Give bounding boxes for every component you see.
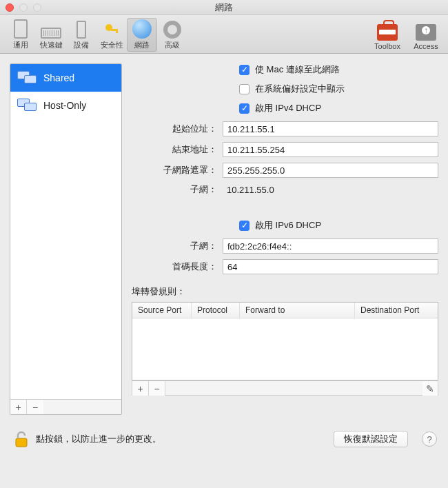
label-subnet: 子網： <box>132 183 223 196</box>
key-icon <box>103 22 120 39</box>
port-rules-body[interactable] <box>132 318 438 380</box>
keyboard-icon <box>41 28 61 39</box>
port-rules-table: Source Port Protocol Forward to Destinat… <box>132 302 438 380</box>
port-rules-label: 埠轉發規則： <box>132 285 438 298</box>
lock-icon[interactable] <box>14 430 29 448</box>
help-button[interactable]: ? <box>422 431 437 447</box>
label-prefix-len: 首碼長度： <box>132 261 223 273</box>
add-network-button[interactable]: + <box>10 400 27 414</box>
row-subnet: 子網： 10.211.55.0 <box>132 183 438 196</box>
network-shared-icon <box>17 71 37 85</box>
titlebar: 網路 <box>0 0 448 15</box>
col-source-port[interactable]: Source Port <box>132 303 192 318</box>
tab-access[interactable]: Access <box>409 23 442 52</box>
lock-text: 點按鎖，以防止進一步的更改。 <box>36 433 161 445</box>
input-start-addr[interactable]: 10.211.55.1 <box>223 121 438 136</box>
network-list: Shared Host-Only <box>10 64 121 399</box>
checkbox-ipv6-dhcp[interactable] <box>239 221 250 231</box>
content-area: Shared Host-Only + − 使 Mac 連線至此網路 在系統偏好設 <box>0 54 448 422</box>
tab-hotkeys[interactable]: 快速鍵 <box>36 18 66 52</box>
sidebar-item-shared[interactable]: Shared <box>10 64 121 92</box>
value-subnet: 10.211.55.0 <box>223 185 274 195</box>
port-rules-header: Source Port Protocol Forward to Destinat… <box>132 303 438 318</box>
input-end-addr[interactable]: 10.211.55.254 <box>223 142 438 157</box>
input-subnet-mask[interactable]: 255.255.255.0 <box>223 163 438 178</box>
cloud-icon <box>416 24 436 41</box>
input-ipv6-subnet[interactable]: fdb2:2c26:f4e4:: <box>223 238 438 254</box>
remove-network-button[interactable]: − <box>27 400 43 414</box>
checkbox-ipv4-dhcp[interactable] <box>239 103 250 114</box>
checkbox-show-sysprefs[interactable] <box>239 84 250 94</box>
row-connect-mac: 使 Mac 連線至此網路 <box>239 63 438 76</box>
label-subnet-mask: 子網路遮罩： <box>132 164 223 176</box>
label-end-addr: 結束地址： <box>132 143 223 156</box>
sidebar-item-label: Host-Only <box>43 100 86 111</box>
device-icon <box>77 21 86 39</box>
restore-defaults-button[interactable]: 恢復默認設定 <box>334 431 408 447</box>
label-start-addr: 起始位址： <box>132 123 223 135</box>
tab-security[interactable]: 安全性 <box>96 18 127 52</box>
col-dest-port[interactable]: Destination Port <box>355 303 438 318</box>
row-prefix-len: 首碼長度： 64 <box>132 259 438 274</box>
svg-rect-1 <box>111 29 118 31</box>
row-show-sysprefs: 在系統偏好設定中顯示 <box>239 83 438 95</box>
row-ipv4-dhcp: 啟用 IPv4 DHCP <box>239 102 438 114</box>
label-ipv6-subnet: 子網： <box>132 240 223 252</box>
remove-rule-button[interactable]: − <box>149 381 165 396</box>
label-ipv6-dhcp: 啟用 IPv6 DHCP <box>255 219 321 232</box>
preferences-toolbar: 通用 快速鍵 設備 安全性 網路 高級 Toolbox <box>0 15 448 54</box>
sidebar-item-label: Shared <box>43 72 74 83</box>
tab-toolbox[interactable]: Toolbox <box>369 23 405 52</box>
tab-advanced[interactable]: 高級 <box>157 18 187 52</box>
gear-icon <box>163 21 181 39</box>
globe-icon <box>132 19 152 39</box>
add-rule-button[interactable]: + <box>132 381 149 396</box>
row-ipv6-dhcp: 啟用 IPv6 DHCP <box>239 219 438 232</box>
sidebar-footer: + − <box>10 399 121 414</box>
checkbox-connect-mac[interactable] <box>239 65 250 75</box>
network-settings-panel: 使 Mac 連線至此網路 在系統偏好設定中顯示 啟用 IPv4 DHCP 起始位… <box>132 63 438 415</box>
input-prefix-len[interactable]: 64 <box>223 259 438 274</box>
col-protocol[interactable]: Protocol <box>192 303 240 318</box>
row-start-addr: 起始位址： 10.211.55.1 <box>132 121 438 136</box>
row-subnet-mask: 子網路遮罩： 255.255.255.0 <box>132 163 438 178</box>
general-icon <box>14 19 28 39</box>
window-title: 網路 <box>0 1 448 14</box>
toolbox-icon <box>377 24 398 41</box>
edit-rule-button[interactable]: ✎ <box>422 381 438 396</box>
network-hostonly-icon <box>17 99 37 112</box>
label-show-sysprefs: 在系統偏好設定中顯示 <box>255 83 345 95</box>
label-ipv4-dhcp: 啟用 IPv4 DHCP <box>255 102 321 114</box>
bottom-bar: 點按鎖，以防止進一步的更改。 恢復默認設定 ? <box>0 422 448 458</box>
tab-network[interactable]: 網路 <box>127 18 157 52</box>
sidebar-item-hostonly[interactable]: Host-Only <box>10 92 121 119</box>
network-sidebar: Shared Host-Only + − <box>10 63 122 415</box>
row-ipv6-subnet: 子網： fdb2:2c26:f4e4:: <box>132 238 438 254</box>
row-end-addr: 結束地址： 10.211.55.254 <box>132 142 438 157</box>
tab-devices[interactable]: 設備 <box>66 18 96 52</box>
svg-rect-2 <box>116 31 118 33</box>
col-forward-to[interactable]: Forward to <box>240 303 355 318</box>
svg-rect-3 <box>16 438 27 447</box>
tab-general[interactable]: 通用 <box>6 18 36 52</box>
label-connect-mac: 使 Mac 連線至此網路 <box>255 63 340 76</box>
port-rules-footer: + − ✎ <box>132 380 438 396</box>
